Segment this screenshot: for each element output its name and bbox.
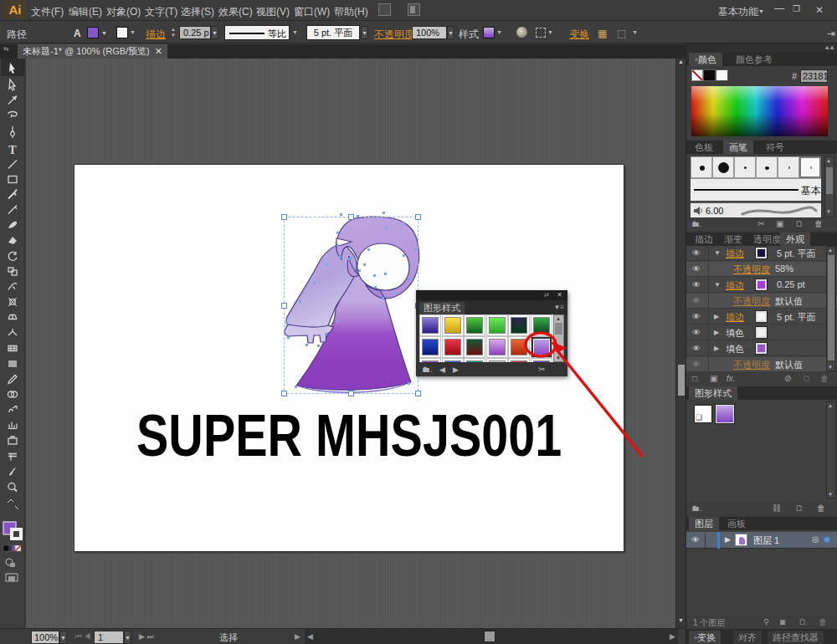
svg-text:T: T: [8, 144, 17, 156]
